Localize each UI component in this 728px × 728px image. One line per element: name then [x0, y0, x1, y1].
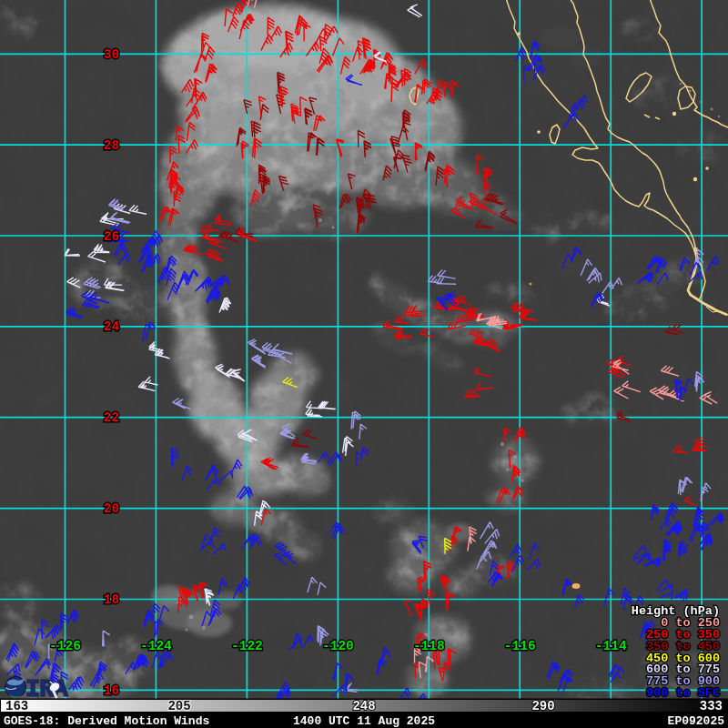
svg-text:-114: -114 [595, 639, 627, 653]
svg-text:-122: -122 [231, 639, 263, 653]
svg-text:-126: -126 [49, 639, 81, 653]
svg-text:290: 290 [531, 699, 554, 713]
svg-text:900 to SFC: 900 to SFC [646, 686, 720, 700]
svg-text:333: 333 [700, 699, 723, 713]
svg-text:-124: -124 [140, 639, 172, 653]
svg-text:28: 28 [104, 138, 119, 153]
svg-text:24: 24 [104, 319, 120, 334]
svg-text:EP092025: EP092025 [668, 714, 725, 728]
svg-text:26: 26 [104, 229, 119, 244]
svg-text:1400 UTC 11 Aug 2025: 1400 UTC 11 Aug 2025 [293, 714, 435, 728]
svg-text:30: 30 [104, 47, 119, 62]
svg-text:163: 163 [5, 699, 28, 713]
svg-text:205: 205 [167, 699, 190, 713]
svg-text:18: 18 [104, 592, 119, 607]
svg-text:22: 22 [104, 410, 119, 425]
svg-text:-116: -116 [504, 639, 536, 653]
svg-text:GOES-18: Derived Motion Winds: GOES-18: Derived Motion Winds [4, 714, 209, 728]
svg-text:-120: -120 [322, 639, 354, 653]
svg-text:16: 16 [104, 683, 119, 698]
svg-text:-118: -118 [413, 639, 445, 653]
svg-text:20: 20 [104, 501, 119, 516]
svg-text:248: 248 [352, 699, 375, 713]
